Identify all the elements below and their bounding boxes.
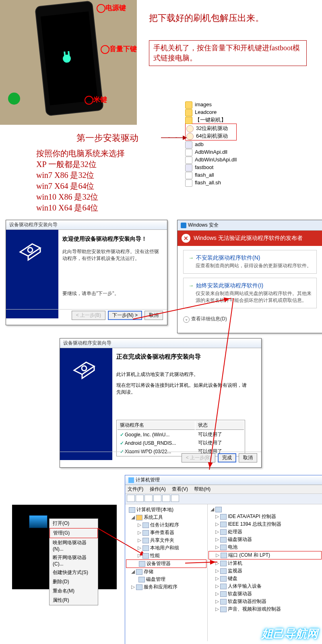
tree-share[interactable]: ▷共享文件夹 [126, 537, 206, 544]
tb-help-icon[interactable] [162, 495, 170, 502]
table-row: ✓Android (USB_RNDIS...可以使用了 [118, 439, 244, 447]
tb-props-icon[interactable] [153, 495, 161, 502]
dev-cpu[interactable]: ▷处理器 [208, 528, 322, 536]
menu-action[interactable]: 操作(A) [150, 486, 166, 492]
details-toggle[interactable]: ⌄查看详细信息(D) [178, 312, 322, 326]
ctx-shortcut[interactable]: 创建快捷方式(S) [50, 568, 98, 577]
wizard2-heading: 正在完成设备驱动程序安装向导 [116, 353, 257, 361]
dev-ide[interactable]: ▷IDE ATA/ATAPI 控制器 [208, 513, 322, 520]
folder-64bit-driver[interactable]: 64位刷机驱动 [186, 132, 235, 140]
ctx-disconnect[interactable]: 断开网络驱动器(C)... [50, 553, 98, 568]
tree-task[interactable]: ▷任务计划程序 [126, 521, 206, 529]
driver-wizard-welcome: 设备驱动程序安装向导 欢迎使用设备驱动程序安装向导！ 此向导帮助您安装软件驱动程… [6, 220, 167, 325]
driver-wizard-complete: 设备驱动程序安装向导 正在完成设备驱动程序安装向导 此计算机上成功地安装了此驱动… [60, 338, 262, 468]
svg-point-3 [28, 248, 33, 252]
power-key-label: 电源键 [97, 3, 126, 13]
dev-floppy[interactable]: ▷软盘驱动器 [208, 590, 322, 598]
voldown-key-label: 音量下键 [101, 44, 137, 54]
folder-32bit-driver[interactable]: 32位刷机驱动 [186, 124, 235, 132]
tree-disk[interactable]: 磁盘管理 [126, 576, 206, 583]
dev-ports[interactable]: ▷端口 (COM 和 LPT) [208, 551, 322, 559]
watermark: 姐己导航网 [262, 626, 318, 642]
os-instructions: 按照你的电脑系统来选择 XP 一般都是32位 win7 X86 是32位 win… [36, 148, 125, 213]
mi-key-label: 米键 [85, 95, 107, 105]
wizard2-body2: 现在您可以将设备连接到此计算机。如果此设备附有说明，请先阅读。 [116, 382, 249, 396]
security-redbar: ✕Windows 无法验证此驱动程序软件的发布者 [178, 231, 322, 246]
wizard2-title: 设备驱动程序安装向导 [60, 339, 261, 348]
dev-kbd[interactable]: ▷键盘 [208, 575, 322, 582]
folder-onekey[interactable]: 【一键刷机】 [185, 116, 237, 124]
context-menu: 打开(O) 管理(G) 映射网络驱动器(N)... 断开网络驱动器(C)... … [49, 518, 98, 605]
tree-storage[interactable]: ◢存储 [126, 568, 206, 576]
option-dont-install[interactable]: →不安装此驱动程序软件(N) 应查看制造商的网站，获得设备的更新驱动程序软件。 [183, 250, 317, 274]
table-row: ✓Google, Inc. (WinU...可以使用了 [118, 431, 244, 438]
tree-users[interactable]: ▷本地用户和组 [126, 544, 206, 552]
security-title: Windows 安全 [178, 220, 322, 231]
dev-snd[interactable]: ▷声音、视频和游戏控制器 [208, 605, 322, 613]
driver-status-table: 驱动程序名状态 ✓Google, Inc. (WinU...可以使用了 ✓And… [116, 420, 245, 456]
tree-perf[interactable]: ▷性能 [126, 552, 206, 559]
mgmt-tree-right: ◢ ▷IDE ATA/ATAPI 控制器 ▷IEEE 1394 总线主控制器 ▷… [208, 504, 322, 641]
mgmt-toolbar [125, 494, 322, 504]
dev-computer[interactable]: ▷计算机 [208, 559, 322, 567]
wizard2-body1: 此计算机上成功地安装了此驱动程序。 [116, 371, 257, 378]
file-fastboot[interactable]: fastboot [185, 163, 237, 171]
dev-monitor[interactable]: ▷监视器 [208, 567, 322, 575]
ctx-rename[interactable]: 重命名(M) [50, 586, 98, 596]
instruction-extract: 把下载好的刷机包解压出来。 [149, 12, 264, 24]
tb-back-icon[interactable] [127, 495, 135, 502]
wizard-icon [72, 356, 100, 380]
ctx-open[interactable]: 打开(O) [50, 519, 98, 528]
tree-root[interactable]: 计算机管理(本地) [126, 506, 206, 514]
computer-management-window: 计算机管理 文件(F) 操作(A) 查看(V) 帮助(H) 计算机管理(本地) … [125, 475, 322, 644]
folder-leadcore[interactable]: Leadcore [185, 108, 237, 116]
dev-floppyctl[interactable]: ▷软盘驱动器控制器 [208, 598, 322, 605]
step1-heading: 第一步安装驱动 [76, 132, 138, 144]
file-adb[interactable]: adb [185, 140, 237, 148]
svg-point-4 [82, 366, 87, 371]
tree-event[interactable]: ▷事件查看器 [126, 529, 206, 537]
file-flashall[interactable]: flash_all [185, 171, 237, 179]
wizard1-body: 此向导帮助您安装软件驱动程序。没有这些驱动程序，有些计算机设备无法运行。 [62, 248, 163, 262]
tb-refresh-icon[interactable] [171, 495, 179, 502]
menu-view[interactable]: 查看(V) [172, 486, 188, 492]
finish-button[interactable]: 完成 [218, 453, 236, 462]
file-flashall-sh[interactable]: flash_all.sh [185, 179, 237, 186]
tree-services[interactable]: ▷服务和应用程序 [126, 583, 206, 591]
dev-hid[interactable]: ▷人体学输入设备 [208, 582, 322, 590]
tb-fwd-icon[interactable] [136, 495, 144, 502]
file-adbwinusb[interactable]: AdbWinUsbApi.dll [185, 156, 237, 163]
menu-help[interactable]: 帮助(H) [194, 486, 211, 492]
instruction-fastboot: 手机关机了，按住音量下和开机键进fastboot模式链接电脑。 [149, 40, 307, 66]
folder-images[interactable]: images [185, 101, 237, 108]
arrow-to-drivers: ———▸ [161, 132, 186, 142]
wizard1-title: 设备驱动程序安装向导 [6, 220, 167, 230]
back-button: < 上一步(B) [72, 311, 105, 320]
menu-file[interactable]: 文件(F) [128, 486, 143, 492]
tree-devmgr[interactable]: 设备管理器 [126, 559, 206, 568]
dev-1394[interactable]: ▷IEEE 1394 总线主控制器 [208, 520, 322, 528]
mgmt-tree-left: 计算机管理(本地) ◢系统工具 ▷任务计划程序 ▷事件查看器 ▷共享文件夹 ▷本… [125, 504, 208, 641]
svg-point-0 [62, 54, 71, 63]
ctx-delete[interactable]: 删除(D) [50, 577, 98, 586]
ctx-map-drive[interactable]: 映射网络驱动器(N)... [50, 538, 98, 553]
dev-root[interactable]: ◢ [208, 506, 322, 513]
wizard1-continue: 要继续，请单击"下一步"。 [62, 290, 163, 297]
arrow-icon: → [188, 283, 194, 289]
tree-systools[interactable]: ◢系统工具 [126, 514, 206, 521]
ctx-properties[interactable]: 属性(R) [50, 596, 98, 605]
ctx-manage[interactable]: 管理(G) [50, 528, 98, 538]
file-adbwinapi[interactable]: AdbWinApi.dll [185, 148, 237, 156]
mgmt-title: 计算机管理 [125, 475, 322, 485]
arrow-icon: → [188, 255, 194, 261]
wizard-icon [18, 238, 46, 262]
shield-icon [181, 223, 186, 228]
dev-cdrom[interactable]: ▷磁盘驱动器 [208, 536, 322, 543]
computer-icon[interactable] [29, 515, 47, 528]
tb-up-icon[interactable] [144, 495, 153, 502]
wizard1-heading: 欢迎使用设备驱动程序安装向导！ [62, 235, 163, 243]
dev-batt[interactable]: ▷电池 [208, 543, 322, 551]
chevron-down-icon: ⌄ [183, 316, 190, 323]
cancel-button[interactable]: 取消 [239, 453, 257, 462]
mgmt-icon [128, 477, 134, 483]
